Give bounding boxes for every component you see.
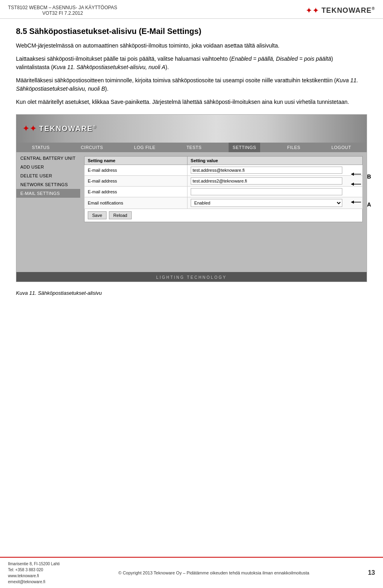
sidebar-item-email[interactable]: E-MAIL SETTINGS	[16, 189, 80, 198]
sidebar-item-add-user[interactable]: ADD USER	[16, 163, 80, 171]
row3-value	[187, 187, 362, 197]
italic-3: Kuva 11. Sähköpostiasetukset-alisivu, nu…	[16, 77, 358, 92]
table-row: E-mail address	[85, 165, 363, 176]
table-buttons: Save Reload	[84, 209, 363, 222]
main-content: 8.5 Sähköpostiasetukset-alisivu (E-Mail …	[0, 19, 383, 310]
footer-address: Ilmarisentie 8, FI-15200 Lahti Tel: +358…	[8, 561, 60, 585]
webcm-interface: ✦✦ TEKNOWARE® STATUS CIRCUITS LOG FILE T…	[16, 115, 367, 282]
screenshot-wrapper: B A ✦✦ TEKNOWARE®	[16, 114, 367, 282]
sidebar-item-cbu[interactable]: CENTRAL BATTERY UNIT	[16, 154, 80, 163]
teknoware-logo: ✦✦ TEKNOWARE®	[306, 6, 375, 15]
paragraph-4: Kun olet määritellyt asetukset, klikkaa …	[16, 98, 367, 106]
nav-files[interactable]: FILES	[283, 143, 304, 152]
figure-caption: Kuva 11. Sähköpostiasetukset-alisivu	[16, 290, 367, 296]
table-row: E-mail address	[85, 187, 363, 197]
nav-tests[interactable]: TESTS	[182, 143, 205, 152]
paragraph-1: WebCM-järjestelmässä on automaattinen sä…	[16, 42, 367, 50]
save-button[interactable]: Save	[88, 211, 107, 219]
row2-value	[187, 176, 362, 187]
footer-page-number: 13	[368, 569, 375, 576]
sidebar: CENTRAL BATTERY UNIT ADD USER DELETE USE…	[16, 152, 80, 272]
doc-title: TST8102 WEBCM – ASENNUS- JA KÄYTTÖOPAS V…	[8, 5, 117, 16]
svg-marker-3	[351, 183, 354, 186]
table-row: E-mail address	[85, 176, 363, 187]
footer-copyright: © Copyright 2013 Teknoware Oy – Pidätämm…	[60, 570, 368, 575]
logo-name: TEKNOWARE®	[322, 6, 375, 15]
arrows-svg	[349, 162, 369, 214]
nav-logout[interactable]: LOGOUT	[328, 143, 355, 152]
row1-value	[187, 165, 362, 176]
webcm-logo: ✦✦ TEKNOWARE®	[22, 123, 97, 134]
row2-name: E-mail address	[85, 176, 188, 187]
page-footer: Ilmarisentie 8, FI-15200 Lahti Tel: +358…	[0, 557, 383, 588]
settings-table: Setting name Setting value E-mail addres…	[84, 156, 363, 209]
row4-value: Enabled Disabled	[187, 197, 362, 209]
webcm-nav: STATUS CIRCUITS LOG FILE TESTS SETTINGS …	[16, 143, 367, 152]
row4-name: Email notifications	[85, 197, 188, 209]
content-area: Setting name Setting value E-mail addres…	[80, 152, 367, 272]
email-input-1[interactable]	[191, 167, 342, 174]
nav-settings[interactable]: SETTINGS	[229, 143, 260, 152]
nav-circuits[interactable]: CIRCUITS	[77, 143, 107, 152]
nav-status[interactable]: STATUS	[28, 143, 54, 152]
row3-name: E-mail address	[85, 187, 188, 197]
nav-logfile[interactable]: LOG FILE	[130, 143, 160, 152]
webcm-footer-text: LIGHTING TECHNOLOGY	[156, 275, 227, 280]
document-header: TST8102 WEBCM – ASENNUS- JA KÄYTTÖOPAS V…	[0, 0, 383, 19]
row1-name: E-mail address	[85, 165, 188, 176]
logo-icon: ✦✦	[306, 6, 319, 15]
paragraph-3: Määritelläksesi sähköpostiosoitteen toim…	[16, 76, 367, 93]
screenshot-container: ✦✦ TEKNOWARE® STATUS CIRCUITS LOG FILE T…	[16, 114, 367, 282]
webcm-footer: LIGHTING TECHNOLOGY	[16, 272, 367, 282]
notifications-select[interactable]: Enabled Disabled	[191, 199, 342, 207]
email-input-3[interactable]	[191, 188, 342, 195]
webcm-header-bg: ✦✦ TEKNOWARE®	[16, 115, 367, 143]
italic-2a: Enabled = päällä, Disabled = pois päältä	[231, 56, 331, 62]
col-setting-value: Setting value	[187, 157, 362, 165]
svg-marker-1	[351, 173, 354, 176]
webcm-logo-icon: ✦✦	[22, 123, 37, 134]
svg-marker-5	[351, 201, 354, 204]
paragraph-2: Laittaaksesi sähköposti-ilmoitukset pääl…	[16, 55, 367, 72]
email-input-2[interactable]	[191, 177, 342, 185]
col-setting-name: Setting name	[85, 157, 188, 165]
sidebar-item-network[interactable]: NETWORK SETTINGS	[16, 180, 80, 189]
section-heading: 8.5 Sähköpostiasetukset-alisivu (E-Mail …	[16, 27, 367, 36]
table-row: Email notifications Enabled Disabled	[85, 197, 363, 209]
reload-button[interactable]: Reload	[109, 211, 132, 219]
webcm-body: CENTRAL BATTERY UNIT ADD USER DELETE USE…	[16, 152, 367, 272]
webcm-logo-text: TEKNOWARE®	[39, 125, 97, 133]
sidebar-item-delete-user[interactable]: DELETE USER	[16, 171, 80, 180]
italic-2b: Kuva 11. Sähköpostiasetukset-alisivu, nu…	[53, 64, 166, 70]
